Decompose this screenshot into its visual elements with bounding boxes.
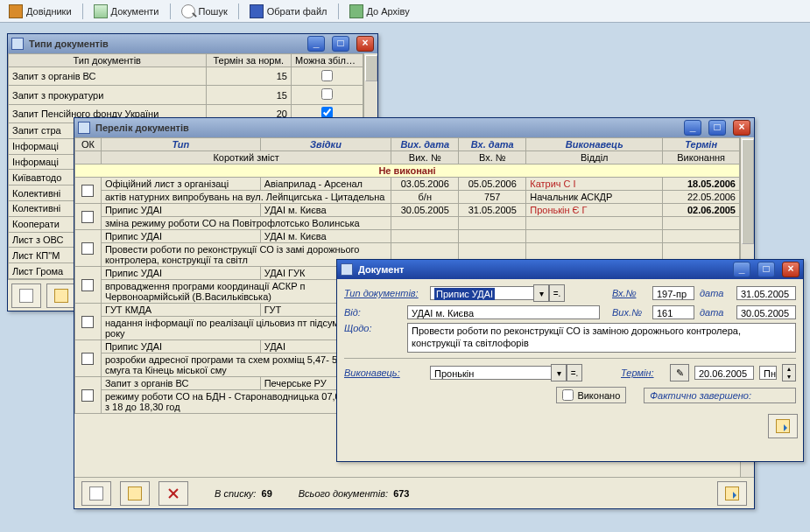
table-row[interactable]: Офіційний лист з організаціАвіаприлад - … [75, 178, 740, 191]
table-row-detail[interactable]: зміна режиму роботи СО на Повітрофлотськ… [75, 217, 740, 230]
col-exec-date[interactable]: Виконання [663, 151, 740, 164]
maximize-button[interactable]: □ [708, 120, 726, 136]
cell-dept [526, 217, 663, 230]
col-dept[interactable]: Відділ [526, 151, 663, 164]
cell-ok[interactable] [75, 178, 102, 204]
scroll-thumb[interactable] [742, 139, 754, 244]
maximize-button[interactable]: □ [332, 36, 349, 52]
done-checkbox-group[interactable]: Виконано [556, 387, 626, 403]
new-record-button[interactable] [81, 481, 111, 506]
toolbar-separator [170, 4, 171, 19]
titlebar-document[interactable]: Документ _ □ × [337, 260, 803, 279]
cell-out-no [391, 217, 459, 230]
cell-ok[interactable] [75, 377, 102, 414]
col-type[interactable]: Тип [101, 138, 260, 151]
exit-button[interactable] [768, 414, 798, 438]
doc-type-combo[interactable]: Припис УДАІ ▾ =. [430, 284, 565, 302]
cell-from: УДАІ м. Києва [260, 204, 391, 217]
maximize-button[interactable]: □ [757, 262, 775, 277]
col-can-inc[interactable]: Можна збільш. [291, 54, 363, 67]
col-from[interactable]: Звідки [260, 138, 391, 151]
table-row[interactable]: Запит з органів ВС15 [9, 67, 363, 86]
executor-combo[interactable]: Пронькін ▾ =. [430, 364, 582, 382]
toolbar-choose-file[interactable]: Обрати файл [246, 3, 331, 20]
toolbar-to-archive[interactable]: До Архіву [346, 3, 413, 20]
window-document: Документ _ □ × Тип документів: Припис УД… [336, 259, 804, 462]
toolbar-search[interactable]: Пошук [178, 3, 231, 20]
documents-icon [94, 4, 108, 18]
cell-in-no: 757 [459, 191, 526, 204]
table-row-detail[interactable]: актів натурних випробувань на вул. Лейпц… [75, 191, 740, 204]
new-icon [19, 289, 33, 303]
out-date-field[interactable]: 30.05.2005 [736, 305, 796, 319]
main-toolbar: Довідники Документи Пошук Обрати файл До… [0, 0, 810, 23]
table-row[interactable]: Припис УДАІУДАІ м. Києва [75, 230, 740, 243]
group-header-not-done[interactable]: Не виконані [75, 164, 740, 178]
from-field[interactable]: УДАІ м. Києва [407, 305, 600, 319]
cell-ok[interactable] [75, 230, 102, 267]
col-in-no[interactable]: Вх. № [459, 151, 526, 164]
col-ok[interactable]: ОК [75, 138, 102, 151]
subject-field[interactable]: Провести роботи по реконструкції СО із з… [407, 323, 796, 353]
exit-button[interactable] [717, 481, 747, 506]
close-button[interactable]: × [356, 36, 374, 52]
executor-value: Пронькін [430, 366, 551, 380]
chevron-down-icon[interactable]: ▾ [551, 364, 567, 382]
toolbar-references[interactable]: Довідники [5, 3, 75, 20]
term-dow: Пн [759, 366, 777, 380]
term-date-field[interactable]: 20.06.2005 [694, 366, 754, 380]
cell-can-inc [291, 67, 363, 86]
cell-from: УДАІ м. Києва [260, 230, 391, 243]
book-icon [9, 4, 23, 18]
toolbar-documents[interactable]: Документи [90, 3, 163, 20]
out-no-field[interactable]: 161 [652, 305, 694, 319]
doc-type-value: Припис УДАІ [434, 288, 495, 300]
col-out-date[interactable]: Вих. дата [391, 138, 459, 151]
col-short[interactable]: Короткий зміст [101, 151, 391, 164]
can-inc-checkbox[interactable] [321, 70, 333, 81]
close-button[interactable]: × [733, 120, 750, 136]
col-in-date[interactable]: Вх. дата [459, 138, 526, 151]
col-executor[interactable]: Виконавець [526, 138, 663, 151]
minimize-button[interactable]: _ [733, 262, 750, 277]
form-icon [78, 122, 90, 134]
wand-icon[interactable]: ✎ [670, 364, 689, 382]
divider [344, 358, 796, 359]
scroll-thumb[interactable] [365, 55, 377, 81]
cell-ok[interactable] [75, 204, 102, 230]
delete-record-button[interactable] [158, 481, 188, 506]
cell-term: 15 [206, 86, 291, 104]
titlebar-doc-types[interactable]: Типи документів _ □ × [8, 34, 377, 53]
table-row[interactable]: Припис УДАІУДАІ м. Києва30.05.200531.05.… [75, 204, 740, 217]
col-term[interactable]: Термін [663, 138, 740, 151]
col-term[interactable]: Термін за норм. [206, 54, 291, 67]
in-no-field[interactable]: 197-пр [652, 286, 694, 300]
label-doc-type: Тип документів: [344, 288, 425, 298]
cell-exec-date: 22.05.2006 [663, 191, 740, 204]
cell-ok[interactable] [75, 340, 102, 377]
new-record-button[interactable] [11, 284, 41, 308]
in-date-field[interactable]: 31.05.2005 [736, 286, 796, 300]
close-button[interactable]: × [782, 262, 799, 277]
cell-in-no [459, 217, 526, 230]
picker-button[interactable]: =. [567, 364, 582, 382]
can-inc-checkbox[interactable] [321, 88, 333, 100]
cell-out-date: 30.05.2005 [391, 204, 459, 217]
cell-exec-date [663, 217, 740, 230]
minimize-button[interactable]: _ [307, 36, 325, 52]
col-out-no[interactable]: Вих. № [391, 151, 459, 164]
edit-record-button[interactable] [120, 481, 150, 506]
cell-ok[interactable] [75, 304, 102, 340]
done-checkbox[interactable] [562, 389, 574, 401]
cell-ok[interactable] [75, 267, 102, 304]
chevron-down-icon[interactable]: ▾ [533, 284, 549, 302]
toolbar-separator [238, 4, 239, 19]
titlebar-doc-list[interactable]: Перелік документів _ □ × [74, 118, 754, 137]
edit-record-button[interactable] [46, 284, 76, 308]
table-row[interactable]: Запит з прокуратури15 [9, 86, 363, 104]
col-doc-type[interactable]: Тип документів [9, 54, 207, 67]
term-spin[interactable]: ▴▾ [782, 364, 796, 382]
minimize-button[interactable]: _ [684, 120, 701, 136]
picker-button[interactable]: =. [549, 284, 565, 302]
label-out-no: Вих.№ [612, 307, 647, 318]
